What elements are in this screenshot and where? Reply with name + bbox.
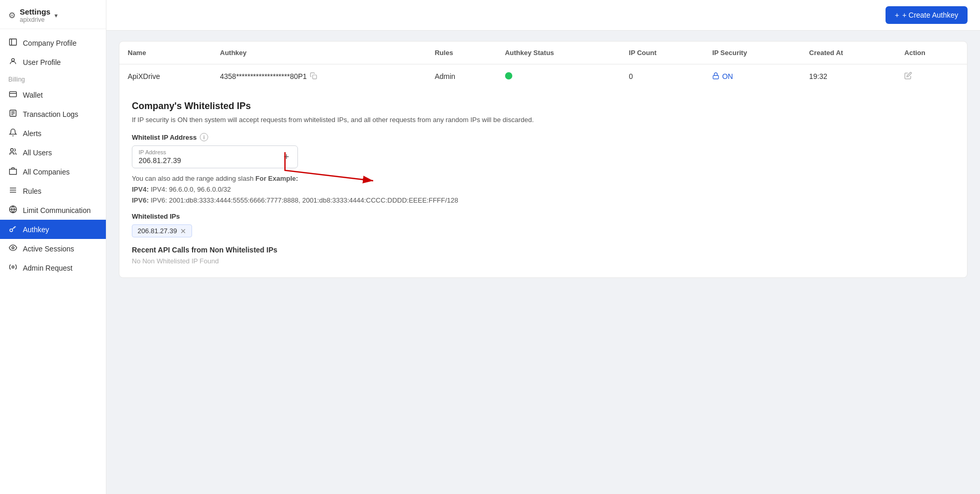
bell-icon [8, 128, 18, 138]
svg-point-15 [10, 229, 12, 232]
sidebar-item-label: All Companies [23, 168, 70, 176]
sidebar-item-all-users[interactable]: All Users [0, 143, 106, 162]
whitelisted-ips-list: 206.81.27.39 ✕ [132, 224, 955, 246]
cell-rules: Admin [426, 64, 496, 89]
main-content-area: + + Create Authkey Name Authkey Rules Au… [106, 0, 980, 494]
sidebar-item-limit-communication[interactable]: Limit Communication [0, 201, 106, 220]
example-prefix: You can also add the range adding slash [132, 175, 253, 182]
ipv4-example: IPV4: IPV4: 96.6.0.0, 96.6.0.0/32 [132, 185, 955, 193]
ip-tag-value: 206.81.27.39 [138, 227, 177, 235]
globe-icon [8, 205, 18, 215]
svg-rect-19 [713, 75, 719, 78]
lock-icon [712, 72, 719, 81]
col-action: Action [896, 42, 967, 64]
wallet-icon [8, 90, 18, 100]
svg-point-16 [12, 247, 14, 249]
settings-title: Settings [20, 7, 50, 16]
key-icon [8, 224, 18, 234]
svg-point-17 [12, 266, 14, 268]
ip-tag-remove-button[interactable]: ✕ [180, 228, 186, 235]
transaction-icon [8, 109, 18, 119]
for-example-label: For Example: [255, 175, 298, 182]
sidebar-item-authkey[interactable]: Authkey [0, 220, 106, 239]
building-icon [8, 38, 18, 48]
cell-authkey-status [497, 64, 621, 89]
ipv6-example-text: IPV6: 2001:db8:3333:4444:5555:6666:7777:… [151, 196, 458, 204]
col-rules: Rules [426, 42, 496, 64]
sidebar-item-rules[interactable]: Rules [0, 181, 106, 201]
sidebar: ⚙ Settings apixdrive ▾ Company Profile U… [0, 0, 106, 494]
users-icon [8, 148, 18, 157]
ip-address-input[interactable] [139, 156, 281, 165]
ip-tag: 206.81.27.39 ✕ [132, 224, 192, 237]
red-arrow-annotation [282, 150, 386, 191]
svg-rect-18 [312, 75, 317, 79]
sidebar-nav: Company Profile User Profile Billing Wal… [0, 29, 106, 494]
ip-input-wrapper: IP Address + [132, 145, 298, 168]
main-content: Name Authkey Rules Authkey Status IP Cou… [106, 31, 980, 494]
sidebar-item-wallet[interactable]: Wallet [0, 85, 106, 104]
cell-action [896, 64, 967, 89]
col-name: Name [119, 42, 212, 64]
sidebar-item-label: Admin Request [23, 264, 73, 272]
copy-icon[interactable] [310, 72, 317, 81]
create-authkey-button[interactable]: + + Create Authkey [886, 6, 968, 24]
sidebar-item-label: User Profile [23, 58, 61, 66]
svg-point-8 [10, 149, 13, 151]
create-authkey-label: + Create Authkey [902, 11, 958, 19]
whitelist-title: Company's Whitelisted IPs [132, 101, 955, 112]
authkey-table: Name Authkey Rules Authkey Status IP Cou… [119, 42, 967, 88]
recent-calls-title: Recent API Calls from Non Whitelisted IP… [132, 246, 955, 254]
main-header: + + Create Authkey [106, 0, 980, 31]
sidebar-header[interactable]: ⚙ Settings apixdrive ▾ [0, 0, 106, 29]
companies-icon [8, 167, 18, 177]
rules-icon [8, 186, 18, 196]
ip-address-label: IP Address [139, 149, 281, 155]
info-text-content: If IP security is ON then system will ac… [132, 116, 534, 124]
edit-icon[interactable] [904, 72, 912, 81]
gear-icon: ⚙ [8, 10, 16, 20]
whitelist-label-text: Whitelist IP Address [132, 133, 197, 141]
whitelist-section: Company's Whitelisted IPs If IP security… [119, 88, 967, 277]
admin-icon [8, 263, 18, 273]
eye-icon [8, 244, 18, 253]
whitelisted-ips-label: Whitelisted IPs [132, 212, 955, 220]
app-subtitle: apixdrive [20, 16, 50, 23]
ipv6-example: IPV6: IPV6: 2001:db8:3333:4444:5555:6666… [132, 196, 955, 204]
sidebar-item-label: Transaction Logs [23, 110, 78, 118]
authkey-card: Name Authkey Rules Authkey Status IP Cou… [119, 41, 968, 278]
svg-point-2 [11, 59, 14, 61]
svg-rect-9 [9, 169, 16, 175]
col-ip-security: IP Security [704, 42, 801, 64]
authkey-table-wrapper: Name Authkey Rules Authkey Status IP Cou… [119, 42, 967, 88]
whitelist-ip-label: Whitelist IP Address i [132, 133, 955, 141]
ip-security-value: ON [722, 72, 733, 81]
whitelist-info-text: If IP security is ON then system will ac… [132, 116, 955, 124]
sidebar-item-label: Company Profile [23, 39, 77, 47]
sidebar-item-company-profile[interactable]: Company Profile [0, 33, 106, 52]
sidebar-item-transaction-logs[interactable]: Transaction Logs [0, 104, 106, 124]
sidebar-item-label: Wallet [23, 91, 43, 99]
chevron-down-icon: ▾ [55, 12, 58, 19]
plus-icon: + [895, 11, 899, 19]
sidebar-item-admin-request[interactable]: Admin Request [0, 258, 106, 277]
info-circle-icon[interactable]: i [200, 133, 208, 141]
table-header-row: Name Authkey Rules Authkey Status IP Cou… [119, 42, 967, 64]
sidebar-item-label: Active Sessions [23, 245, 74, 253]
col-authkey: Authkey [212, 42, 427, 64]
cell-created-at: 19:32 [801, 64, 896, 89]
status-dot-active [505, 72, 512, 79]
svg-rect-3 [9, 91, 16, 97]
sidebar-item-active-sessions[interactable]: Active Sessions [0, 239, 106, 258]
sidebar-item-user-profile[interactable]: User Profile [0, 52, 106, 72]
cell-authkey: 4358*******************80P1 [212, 64, 427, 89]
ipv4-example-text: IPV4: 96.6.0.0, 96.6.0.0/32 [151, 185, 231, 193]
authkey-value-text: 4358*******************80P1 [220, 72, 307, 81]
sidebar-item-alerts[interactable]: Alerts [0, 124, 106, 143]
add-ip-button[interactable]: + [281, 152, 291, 162]
billing-section-label: Billing [0, 72, 106, 85]
col-ip-count: IP Count [621, 42, 704, 64]
cell-ip-security: ON [704, 64, 801, 89]
cell-name: ApiXDrive [119, 64, 212, 89]
sidebar-item-all-companies[interactable]: All Companies [0, 162, 106, 181]
